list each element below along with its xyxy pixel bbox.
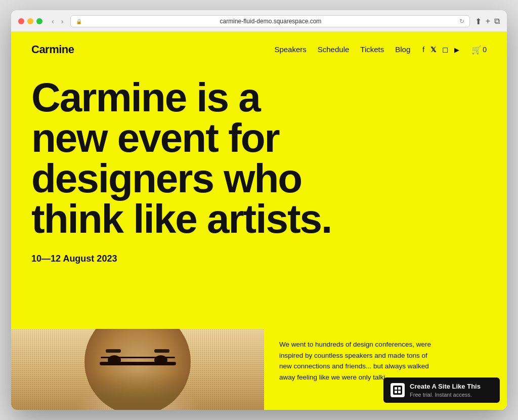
cart-count: 0 — [483, 46, 487, 54]
new-tab-button[interactable]: + — [486, 17, 490, 26]
hero-description: We went to hundreds of design conference… — [279, 339, 441, 383]
cart-icon-symbol: 🛒 — [471, 45, 482, 55]
facebook-icon[interactable]: f — [422, 46, 424, 54]
nav-link-blog[interactable]: Blog — [395, 45, 410, 54]
maximize-button[interactable] — [36, 18, 42, 24]
browser-window: ‹ › 🔒 carmine-fluid-demo.squarespace.com… — [11, 10, 507, 410]
browser-controls: ‹ › — [50, 16, 65, 26]
nav-link-schedule[interactable]: Schedule — [318, 45, 350, 54]
nav-item-tickets[interactable]: Tickets — [360, 45, 384, 54]
hero-date: 10—12 August 2023 — [31, 254, 487, 264]
browser-chrome: ‹ › 🔒 carmine-fluid-demo.squarespace.com… — [11, 10, 507, 32]
hero-section: Carmine is a new event for designers who… — [11, 67, 507, 329]
minimize-button[interactable] — [27, 18, 33, 24]
nav-links: Speakers Schedule Tickets Blog — [274, 45, 410, 54]
youtube-icon[interactable]: ▶ — [454, 46, 459, 54]
squarespace-subtitle: Free trial. Instant access. — [410, 392, 493, 398]
bottom-section: We went to hundreds of design conference… — [11, 329, 507, 410]
copy-button[interactable]: ⧉ — [494, 17, 500, 26]
lock-icon: 🔒 — [76, 19, 82, 24]
squarespace-banner[interactable]: Create A Site Like This Free trial. Inst… — [383, 377, 500, 403]
nav-item-speakers[interactable]: Speakers — [274, 45, 306, 54]
svg-rect-0 — [395, 387, 397, 390]
address-bar[interactable]: 🔒 carmine-fluid-demo.squarespace.com ↻ — [70, 15, 469, 27]
squarespace-logo-svg — [394, 387, 401, 394]
squarespace-title: Create A Site Like This — [410, 383, 493, 391]
close-button[interactable] — [18, 18, 24, 24]
share-button[interactable]: ⬆ — [475, 17, 482, 26]
reload-icon[interactable]: ↻ — [459, 18, 464, 25]
traffic-lights — [18, 18, 42, 24]
instagram-icon[interactable]: ◻ — [442, 45, 448, 54]
squarespace-text: Create A Site Like This Free trial. Inst… — [410, 383, 493, 398]
nav-item-blog[interactable]: Blog — [395, 45, 410, 54]
nav-link-speakers[interactable]: Speakers — [274, 45, 306, 54]
svg-rect-3 — [398, 391, 401, 393]
back-button[interactable]: ‹ — [50, 16, 56, 26]
squarespace-logo-inner — [393, 386, 402, 395]
cart-button[interactable]: 🛒 0 — [471, 45, 487, 55]
site-logo[interactable]: Carmine — [31, 43, 74, 56]
hero-image — [11, 329, 264, 410]
nav-right: Speakers Schedule Tickets Blog f 𝕏 ◻ — [274, 45, 487, 55]
website-content: Carmine Speakers Schedule Tickets Blog — [11, 32, 507, 410]
twitter-icon[interactable]: 𝕏 — [430, 46, 436, 54]
svg-rect-2 — [395, 391, 397, 393]
hero-headline: Carmine is a new event for designers who… — [31, 77, 345, 239]
site-navigation: Carmine Speakers Schedule Tickets Blog — [11, 32, 507, 67]
svg-rect-1 — [398, 387, 401, 390]
nav-item-schedule[interactable]: Schedule — [318, 45, 350, 54]
forward-button[interactable]: › — [59, 16, 66, 26]
hero-image-inner — [11, 329, 264, 410]
url-text: carmine-fluid-demo.squarespace.com — [85, 18, 456, 25]
browser-actions: ⬆ + ⧉ — [475, 17, 500, 26]
nav-link-tickets[interactable]: Tickets — [360, 45, 384, 54]
squarespace-logo — [391, 383, 405, 397]
nav-social: f 𝕏 ◻ ▶ — [422, 45, 459, 54]
